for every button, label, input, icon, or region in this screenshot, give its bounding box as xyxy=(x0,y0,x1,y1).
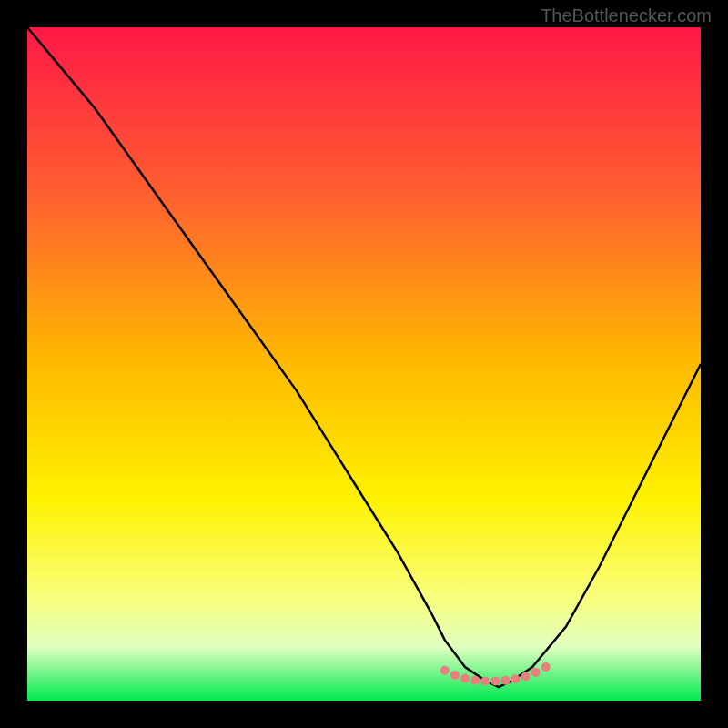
watermark-text: TheBottlenecker.com xyxy=(541,5,712,26)
marker-dot xyxy=(470,676,480,685)
marker-dot xyxy=(541,662,551,672)
marker-dot xyxy=(521,672,531,681)
marker-dot xyxy=(531,668,541,677)
marker-dot xyxy=(500,676,510,685)
marker-dot xyxy=(490,677,500,686)
chart-area xyxy=(27,27,701,701)
bottleneck-chart xyxy=(27,27,701,701)
marker-dot xyxy=(460,674,470,683)
gradient-background xyxy=(27,27,701,701)
marker-dot xyxy=(480,677,490,686)
marker-dot xyxy=(450,671,460,680)
marker-dot xyxy=(511,674,521,683)
marker-dot xyxy=(440,666,450,675)
